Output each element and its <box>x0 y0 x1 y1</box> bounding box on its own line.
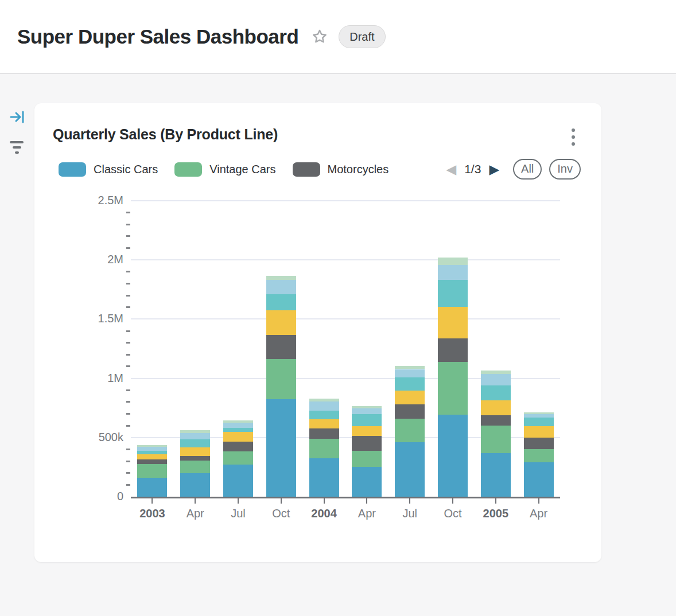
bar-segment[interactable] <box>180 461 210 473</box>
bar-segment[interactable] <box>137 459 167 464</box>
bar-segment[interactable] <box>352 451 382 467</box>
bar-segment[interactable] <box>524 449 554 462</box>
bar-segment[interactable] <box>180 433 210 439</box>
bar-segment[interactable] <box>223 451 253 465</box>
bar-segment[interactable] <box>309 419 339 428</box>
bar-segment[interactable] <box>137 447 167 451</box>
y-minor-tick <box>126 306 130 308</box>
bar-segment[interactable] <box>137 451 167 455</box>
bar-segment[interactable] <box>352 414 382 427</box>
x-axis-label-Apr: Apr <box>174 507 217 520</box>
bar-segment[interactable] <box>524 418 554 426</box>
bar-segment[interactable] <box>223 442 253 451</box>
page-title: Super Duper Sales Dashboard <box>17 25 298 48</box>
bar-segment[interactable] <box>180 447 210 456</box>
bar-segment[interactable] <box>524 426 554 438</box>
bar-segment[interactable] <box>309 428 339 439</box>
y-axis-label-2.5M: 2.5M <box>34 194 123 207</box>
x-axis-tick <box>151 498 153 504</box>
y-minor-tick <box>126 212 130 213</box>
bar-segment[interactable] <box>223 432 253 442</box>
bar-segment[interactable] <box>137 478 167 497</box>
y-minor-tick <box>126 389 130 391</box>
bar-segment[interactable] <box>481 400 511 415</box>
bar-segment[interactable] <box>180 439 210 447</box>
bar-segment[interactable] <box>180 456 210 461</box>
y-axis-label-1M: 1M <box>34 372 123 385</box>
bar-segment[interactable] <box>309 411 339 419</box>
bar-segment[interactable] <box>481 453 511 497</box>
x-axis-tick <box>409 498 410 504</box>
bar-segment[interactable] <box>438 415 468 497</box>
bar-segment[interactable] <box>266 276 296 280</box>
bar-segment[interactable] <box>395 419 425 442</box>
y-minor-tick <box>126 413 130 415</box>
bar-segment[interactable] <box>352 436 382 451</box>
y-minor-tick <box>126 283 130 284</box>
bar-segment[interactable] <box>481 426 511 453</box>
bar-segment[interactable] <box>137 445 167 447</box>
bar-segment[interactable] <box>481 415 511 426</box>
bar-segment[interactable] <box>309 458 339 497</box>
y-minor-tick <box>126 472 130 474</box>
bar-segment[interactable] <box>309 439 339 458</box>
bar-segment[interactable] <box>352 426 382 436</box>
bar-segment[interactable] <box>438 362 468 415</box>
bar-segment[interactable] <box>180 473 210 497</box>
bar-segment[interactable] <box>438 258 468 264</box>
x-axis-tick <box>238 498 239 504</box>
bar-segment[interactable] <box>223 420 253 423</box>
bar-segment[interactable] <box>266 280 296 294</box>
bar-segment[interactable] <box>223 423 253 428</box>
y-minor-tick <box>126 401 130 403</box>
bar-segment[interactable] <box>524 438 554 449</box>
bar-segment[interactable] <box>266 310 296 335</box>
bar-segment[interactable] <box>180 430 210 432</box>
bar-segment[interactable] <box>223 428 253 432</box>
bar-segment[interactable] <box>395 391 425 404</box>
bar-segment[interactable] <box>438 280 468 307</box>
app-header: Super Duper Sales Dashboard Draft <box>0 0 676 74</box>
bar-segment[interactable] <box>309 401 339 411</box>
y-axis-label-1.5M: 1.5M <box>34 312 123 325</box>
bar-segment[interactable] <box>266 294 296 310</box>
y-minor-tick <box>126 365 130 367</box>
star-outline-icon <box>311 28 328 45</box>
bar-segment[interactable] <box>266 335 296 359</box>
bar-segment[interactable] <box>438 265 468 280</box>
bar-segment[interactable] <box>395 442 425 497</box>
bar-segment[interactable] <box>481 385 511 400</box>
y-minor-tick <box>126 224 130 225</box>
bar-segment[interactable] <box>395 377 425 391</box>
bar-segment[interactable] <box>481 371 511 374</box>
bar-segment[interactable] <box>524 414 554 418</box>
y-minor-tick <box>126 235 130 237</box>
expand-panel-button[interactable] <box>9 110 25 126</box>
bar-segment[interactable] <box>481 374 511 385</box>
bar-segment[interactable] <box>395 404 425 419</box>
x-axis-label-2004: 2004 <box>302 507 345 520</box>
bar-segment[interactable] <box>524 412 554 415</box>
bar-segment[interactable] <box>137 464 167 478</box>
bar-segment[interactable] <box>524 462 554 497</box>
bar-segment[interactable] <box>352 408 382 414</box>
bar-segment[interactable] <box>266 399 296 497</box>
y-minor-tick <box>126 247 130 249</box>
y-axis-label-0: 0 <box>34 490 123 503</box>
bar-segment[interactable] <box>438 307 468 338</box>
bar-segment[interactable] <box>395 369 425 377</box>
bar-segment[interactable] <box>352 406 382 408</box>
bar-segment[interactable] <box>137 454 167 459</box>
y-minor-tick <box>126 425 130 427</box>
bar-segment[interactable] <box>395 366 425 369</box>
bar-segment[interactable] <box>438 338 468 362</box>
x-axis-label-Apr: Apr <box>345 507 388 520</box>
bar-segment[interactable] <box>352 467 382 497</box>
bar-segment[interactable] <box>266 359 296 399</box>
x-axis-tick <box>324 498 325 504</box>
x-axis-label-2003: 2003 <box>131 507 174 520</box>
filter-button[interactable] <box>9 141 24 154</box>
bar-segment[interactable] <box>223 465 253 497</box>
favorite-star-button[interactable] <box>311 28 328 45</box>
bar-segment[interactable] <box>309 399 339 401</box>
